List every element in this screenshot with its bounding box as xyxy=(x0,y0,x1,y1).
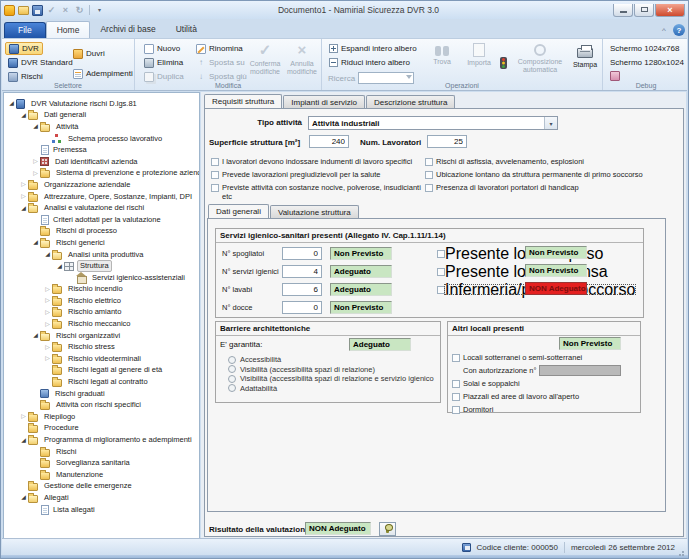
subtab-valutazione-struttura[interactable]: Valutazione struttura xyxy=(270,205,359,218)
tree-item-attrezzature-opere-sostanze-impianti-dpi[interactable]: ▷Attrezzature, Opere, Sostanze, Impianti… xyxy=(4,191,199,203)
stampa-button[interactable]: Stampa xyxy=(569,41,601,87)
espandi-albero-button[interactable]: Espandi intero albero xyxy=(326,42,420,55)
expand-icon[interactable]: ▷ xyxy=(19,192,28,201)
tree-item-gestione-delle-emergenze[interactable]: Gestione delle emergenze xyxy=(4,481,199,493)
tree-item-rischio-stress[interactable]: ▷Rischio stress xyxy=(4,341,199,353)
tree-item-criteri-adottati-per-la-valutazione[interactable]: Criteri adottati per la valutazione xyxy=(4,214,199,226)
minimize-ribbon-icon[interactable]: ^ xyxy=(658,26,670,35)
tree-item-allegati[interactable]: ◢Allegati xyxy=(4,492,199,504)
tree-item-rischi-legati-al-contratto[interactable]: Rischi legati al contratto xyxy=(4,376,199,388)
dvr-standard-button[interactable]: DVR Standard xyxy=(5,56,76,69)
expand-icon[interactable]: ▷ xyxy=(19,180,28,189)
checkbox-icon[interactable] xyxy=(425,158,433,166)
autorizzazione-input[interactable] xyxy=(539,365,621,376)
elimina-button[interactable]: Elimina xyxy=(141,56,186,69)
radio-icon[interactable] xyxy=(228,384,236,392)
expand-icon[interactable]: ▷ xyxy=(43,308,52,317)
expand-icon[interactable]: ▷ xyxy=(43,343,52,352)
maximize-button[interactable] xyxy=(634,4,654,17)
minimize-button[interactable] xyxy=(613,4,633,17)
tab-descrizione-struttura[interactable]: Descrizione struttura xyxy=(366,95,455,108)
navigation-tree[interactable]: ◢DVR Valutazione rischi D.lgs.81◢Dati ge… xyxy=(3,92,200,539)
tree-item-procedure[interactable]: Procedure xyxy=(4,423,199,435)
tree-item-rischi-generici[interactable]: ◢Rischi generici xyxy=(4,237,199,249)
duvri-button[interactable]: Duvri xyxy=(70,47,108,60)
open-icon[interactable] xyxy=(18,6,29,15)
checkbox-icon[interactable] xyxy=(452,406,460,414)
resize-grip[interactable] xyxy=(678,549,686,557)
traffic-light-icon[interactable] xyxy=(500,57,507,69)
lavoratori-input[interactable] xyxy=(427,135,467,148)
expand-icon[interactable]: ▷ xyxy=(43,285,52,294)
checkbox-icon[interactable] xyxy=(211,171,219,179)
checkbox-piazzali-ed-aree-di-lavoro-all-aperto[interactable]: Piazzali ed aree di lavoro all'aperto xyxy=(452,390,638,403)
expand-icon[interactable]: ▷ xyxy=(31,157,40,166)
checkbox-dormitori[interactable]: Dormitori xyxy=(452,403,638,416)
expand-icon[interactable]: ▷ xyxy=(19,412,28,421)
tree-item-rischi-di-processo[interactable]: Rischi di processo xyxy=(4,226,199,238)
checkbox-previste-attivit-con-sostanze-nocive-polverose-insudicianti-etc[interactable]: Previste attività con sostanze nocive, p… xyxy=(211,183,421,201)
adempimenti-button[interactable]: Adempimenti xyxy=(70,67,136,80)
file-button[interactable]: File xyxy=(4,22,46,38)
collapse-icon[interactable]: ◢ xyxy=(19,111,28,120)
checkbox-icon[interactable] xyxy=(425,171,433,179)
checkbox-ubicazione-lontano-da-struttura-permanente-di-primo-soccorso[interactable]: Ubicazione lontano da struttura permanen… xyxy=(425,170,665,179)
save-icon[interactable] xyxy=(32,5,43,16)
count-input-n-spogliatoi[interactable] xyxy=(282,247,322,260)
superficie-input[interactable] xyxy=(309,135,349,148)
tipo-attivita-select[interactable]: Attività industriali ▾ xyxy=(308,116,558,130)
tree-item-rischi[interactable]: Rischi xyxy=(4,446,199,458)
checkbox-presenza-di-lavoratori-portatori-di-handicap[interactable]: Presenza di lavoratori portatori di hand… xyxy=(425,183,665,192)
checkbox-locali-sotterranei-o-semi-sotterranei[interactable]: Locali sotterranei o semi-sotterranei xyxy=(452,351,638,364)
collapse-icon[interactable]: ◢ xyxy=(43,250,52,259)
checkbox-icon[interactable] xyxy=(452,393,460,401)
expand-icon[interactable]: ▷ xyxy=(43,296,52,305)
tree-item-schema-processo-lavorativo[interactable]: Schema processo lavorativo xyxy=(4,133,199,145)
radio-icon[interactable] xyxy=(228,356,236,364)
dvr-button[interactable]: DVR xyxy=(5,42,43,55)
collapse-icon[interactable]: ◢ xyxy=(55,262,64,271)
tree-item-rischi-legati-al-genere-di-et[interactable]: Rischi legati al genere di età xyxy=(4,365,199,377)
ribbon-tab-archivi-di-base[interactable]: Archivi di base xyxy=(90,21,165,38)
checkbox-i-lavoratori-devono-indossare-indumenti-di-lavoro-specifici[interactable]: I lavoratori devono indossare indumenti … xyxy=(211,157,421,166)
tree-item-rischi-organizzativi[interactable]: ◢Rischi organizzativi xyxy=(4,330,199,342)
ribbon-tab-home[interactable]: Home xyxy=(46,21,91,38)
tab-impianti-di-servizio[interactable]: Impianti di servizio xyxy=(283,95,365,108)
ribbon-tab-utilit[interactable]: Utilità xyxy=(166,21,207,38)
count-input-n-docce[interactable] xyxy=(282,301,322,314)
checkbox-icon[interactable] xyxy=(452,380,460,388)
tree-item-programma-di-miglioramento-e-adempimenti[interactable]: ◢Programma di miglioramento e adempiment… xyxy=(4,434,199,446)
tree-item-analisi-unit-produttiva[interactable]: ◢Analisi unità produttiva xyxy=(4,249,199,261)
tree-item-rischio-incendio[interactable]: ▷Rischio incendio xyxy=(4,284,199,296)
collapse-icon[interactable]: ◢ xyxy=(19,436,28,445)
tree-item-attivit-con-rischi-specifici[interactable]: Attività con rischi specifici xyxy=(4,399,199,411)
checkbox-icon[interactable] xyxy=(437,286,445,294)
checkbox-icon[interactable] xyxy=(211,158,219,166)
expand-icon[interactable]: ▷ xyxy=(43,354,52,363)
tree-item-manutenzione[interactable]: Manutenzione xyxy=(4,469,199,481)
checkbox-rischi-di-asfissia-avvelenamento-esplosioni[interactable]: Rischi di asfissia, avvelenamento, esplo… xyxy=(425,157,665,166)
tree-item-lista-allegati[interactable]: Lista allegati xyxy=(4,504,199,516)
nuovo-button[interactable]: Nuovo xyxy=(141,42,183,55)
recalculate-button[interactable] xyxy=(379,522,396,536)
checkbox-icon[interactable] xyxy=(211,184,219,192)
debug-tool-icon[interactable] xyxy=(610,71,620,81)
schermo-1280-button[interactable]: Schermo 1280x1024 xyxy=(607,56,687,69)
tree-item-dati-generali[interactable]: ◢Dati generali xyxy=(4,110,199,122)
combo-dropdown-icon[interactable]: ▾ xyxy=(544,117,557,129)
expand-icon[interactable]: ▷ xyxy=(31,169,40,178)
collapse-icon[interactable]: ◢ xyxy=(31,238,40,247)
count-input-n-lavabi[interactable] xyxy=(282,283,322,296)
collapse-icon[interactable]: ◢ xyxy=(31,122,40,131)
tab-requisiti-struttura[interactable]: Requisiti struttura xyxy=(204,94,282,108)
qat-dropdown-icon[interactable]: ▾ xyxy=(94,5,105,16)
tree-item-premessa[interactable]: Premessa xyxy=(4,144,199,156)
tree-item-organizzazione-aziendale[interactable]: ▷Organizzazione aziendale xyxy=(4,179,199,191)
close-button[interactable]: × xyxy=(655,4,685,17)
collapse-icon[interactable]: ◢ xyxy=(19,204,28,213)
collapse-icon[interactable]: ◢ xyxy=(19,493,28,502)
checkbox-prevede-lavorazioni-pregiudizievoli-per-la-salute[interactable]: Prevede lavorazioni pregiudizievoli per … xyxy=(211,170,421,179)
tree-item-dati-identificativi-azienda[interactable]: ▷Dati identificativi azienda xyxy=(4,156,199,168)
tree-item-rischi-graduati[interactable]: Rischi graduati xyxy=(4,388,199,400)
tree-item-dvr-valutazione-rischi-d-lgs-81[interactable]: ◢DVR Valutazione rischi D.lgs.81 xyxy=(4,98,199,110)
